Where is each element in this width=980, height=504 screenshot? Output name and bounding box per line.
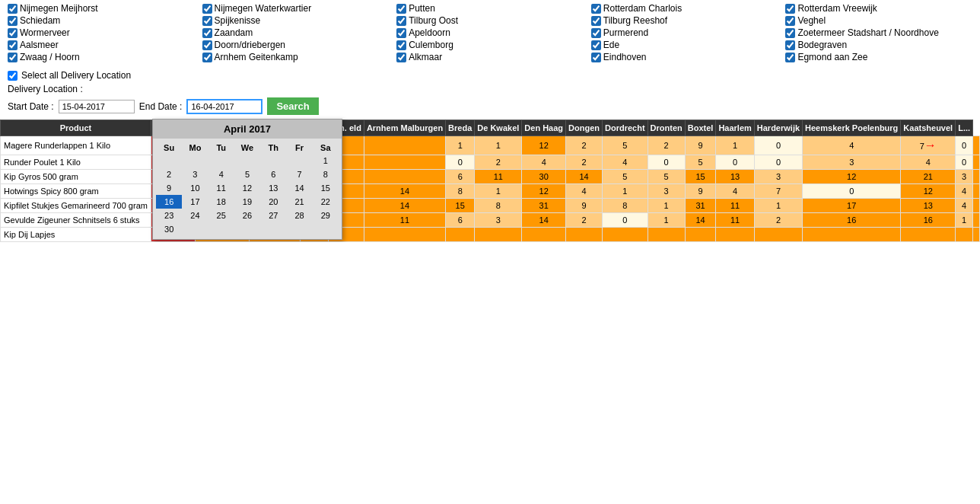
- location-checkbox[interactable]: [785, 4, 795, 14]
- calendar-day[interactable]: 11: [208, 181, 234, 195]
- location-checkbox[interactable]: [591, 4, 601, 14]
- location-checkbox[interactable]: [396, 28, 406, 38]
- select-all-label: Select all Delivery Location: [21, 70, 131, 81]
- data-cell: 0: [956, 155, 973, 170]
- location-checkbox[interactable]: [8, 40, 18, 50]
- data-cell: 0: [956, 136, 973, 155]
- location-checkbox[interactable]: [785, 40, 795, 50]
- location-checkbox[interactable]: [8, 53, 18, 62]
- data-cell: 5: [685, 155, 716, 170]
- location-checkbox[interactable]: [785, 53, 795, 62]
- calendar-day[interactable]: 27: [260, 209, 286, 222]
- calendar-day[interactable]: 7: [286, 167, 312, 181]
- data-cell: 4: [803, 136, 901, 155]
- location-checkbox[interactable]: [202, 53, 212, 62]
- location-checkbox[interactable]: [396, 4, 406, 14]
- data-cell: 12: [901, 184, 956, 199]
- calendar-day[interactable]: 28: [286, 209, 312, 222]
- top-checkboxes-section: Nijmegen MeijhorstNijmegen Waterkwartier…: [0, 0, 980, 65]
- location-label: Zwaag / Hoorn: [20, 52, 80, 62]
- calendar-day[interactable]: 10: [182, 181, 208, 195]
- data-cell: [973, 136, 980, 155]
- location-checkbox[interactable]: [785, 28, 795, 38]
- calendar-day[interactable]: 17: [182, 195, 208, 209]
- calendar-day: [313, 222, 339, 236]
- product-cell: Hotwings Spicy 800 gram: [1, 184, 151, 199]
- data-cell: [956, 228, 973, 242]
- calendar-day[interactable]: 16: [156, 195, 182, 209]
- data-cell: 14: [364, 199, 445, 213]
- calendar-day[interactable]: 9: [156, 181, 182, 195]
- calendar-day[interactable]: 12: [234, 181, 260, 195]
- cal-day-of-week: Su: [156, 142, 182, 154]
- calendar-day[interactable]: 13: [260, 181, 286, 195]
- data-cell: 5: [603, 136, 648, 155]
- table-header-cell: Arnhem Malburgen: [364, 120, 445, 136]
- calendar-day[interactable]: 26: [234, 209, 260, 222]
- calendar-day[interactable]: 5: [234, 167, 260, 181]
- calendar-day[interactable]: 30: [156, 222, 182, 236]
- start-date-input[interactable]: [59, 100, 135, 113]
- select-all-checkbox[interactable]: [8, 71, 18, 81]
- data-cell: 31: [685, 199, 716, 213]
- calendar-day: [182, 154, 208, 167]
- location-checkbox[interactable]: [785, 16, 795, 26]
- calendar-day[interactable]: 19: [234, 195, 260, 209]
- calendar-day[interactable]: 29: [313, 209, 339, 222]
- checkbox-item: Ede: [591, 40, 778, 50]
- data-cell: 3: [475, 213, 522, 228]
- data-cell: 8: [475, 199, 522, 213]
- location-checkbox[interactable]: [396, 53, 406, 62]
- location-checkbox[interactable]: [591, 53, 601, 62]
- data-cell: 5: [648, 170, 685, 184]
- data-cell: 9: [685, 136, 716, 155]
- calendar-day[interactable]: 2: [156, 167, 182, 181]
- calendar-day[interactable]: 24: [182, 209, 208, 222]
- calendar-day[interactable]: 3: [182, 167, 208, 181]
- calendar-day[interactable]: 25: [208, 209, 234, 222]
- data-cell: 7→: [901, 136, 956, 155]
- location-checkbox[interactable]: [8, 4, 18, 14]
- location-checkbox[interactable]: [591, 28, 601, 38]
- data-table-wrapper[interactable]: ProductTotal soldAlmere StadAmersfoortAm…: [0, 120, 980, 242]
- checkbox-item: Zoetermeer Stadshart / Noordhove: [785, 27, 972, 38]
- location-label: Veghel: [797, 15, 826, 26]
- calendar-day[interactable]: 4: [208, 167, 234, 181]
- product-cell: Gevulde Zigeuner Schnitsels 6 stuks: [1, 213, 151, 228]
- location-checkbox[interactable]: [202, 4, 212, 14]
- location-checkbox[interactable]: [8, 16, 18, 26]
- location-checkbox[interactable]: [396, 40, 406, 50]
- start-date-label: Start Date :: [8, 101, 54, 112]
- data-cell: [648, 228, 685, 242]
- calendar-day[interactable]: 8: [313, 167, 339, 181]
- calendar-day[interactable]: 18: [208, 195, 234, 209]
- location-checkbox[interactable]: [202, 16, 212, 26]
- table-header-cell: Kaatsheuvel: [901, 120, 956, 136]
- location-checkbox[interactable]: [591, 16, 601, 26]
- calendar-day[interactable]: 23: [156, 209, 182, 222]
- table-row: Kip Dij Lapjes: [1, 228, 980, 242]
- calendar-day[interactable]: 20: [260, 195, 286, 209]
- location-checkbox[interactable]: [202, 28, 212, 38]
- calendar-day[interactable]: 6: [260, 167, 286, 181]
- data-cell: 8: [446, 184, 475, 199]
- table-header-cell: Heemskerk Poelenburg: [803, 120, 901, 136]
- calendar-day[interactable]: 1: [313, 154, 339, 167]
- calendar-day[interactable]: 22: [313, 195, 339, 209]
- calendar-day[interactable]: 15: [313, 181, 339, 195]
- data-cell: 4: [603, 155, 648, 170]
- checkbox-item: Doorn/driebergen: [202, 40, 390, 50]
- end-date-input[interactable]: [186, 99, 262, 114]
- search-button[interactable]: Search: [267, 97, 318, 115]
- location-checkbox[interactable]: [202, 40, 212, 50]
- location-checkbox[interactable]: [8, 28, 18, 38]
- location-checkbox[interactable]: [591, 40, 601, 50]
- table-row: Runder Poulet 1 Kilo10110024240500340: [1, 155, 980, 170]
- calendar-day: [208, 222, 234, 236]
- calendar-day[interactable]: 21: [286, 195, 312, 209]
- location-checkbox[interactable]: [396, 16, 406, 26]
- data-cell: 3: [956, 170, 973, 184]
- location-label: Rotterdam Charlois: [603, 3, 682, 14]
- calendar-day[interactable]: 14: [286, 181, 312, 195]
- location-label: Wormerveer: [20, 27, 70, 38]
